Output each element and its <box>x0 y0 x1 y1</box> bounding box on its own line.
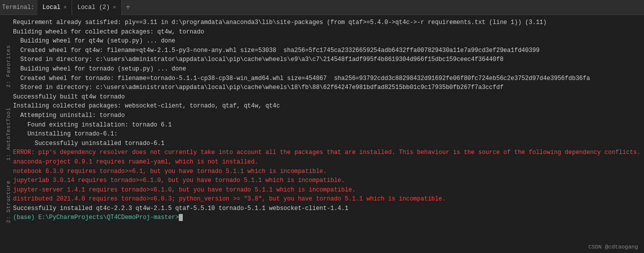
terminal-body: 2: Favorites 1: AutoTestTool 2: Structur… <box>0 15 644 253</box>
add-tab-button[interactable]: + <box>122 0 135 15</box>
sidebar-left: 2: Favorites 1: AutoTestTool 2: Structur… <box>4 18 13 250</box>
terminal-container: Terminal: Local × Local (2) × + 2: Favor… <box>0 0 644 253</box>
tab-local-label: Local <box>43 4 61 11</box>
terminal-line: Successfully built qt4w tornado <box>13 92 640 102</box>
terminal-line: distributed 2021.4.0 requires tornado>=6… <box>13 194 640 204</box>
terminal-line: Created wheel for tornado: filename=torn… <box>13 74 640 84</box>
terminal-prompt[interactable]: (base) E:\PyCharmProjects\QT4CDemoProj-m… <box>13 213 640 222</box>
tab-local2-close[interactable]: × <box>113 4 116 10</box>
tab-local[interactable]: Local × <box>38 0 73 15</box>
terminal-line: Installing collected packages: websocket… <box>13 102 640 111</box>
sidebar-item-structure[interactable]: 2: Structure <box>6 180 12 223</box>
terminal-line: Stored in directory: c:\users\administra… <box>13 55 640 64</box>
terminal-cursor <box>179 214 183 221</box>
terminal-line: Building wheel for tornado (setup.py) ..… <box>13 64 640 74</box>
tab-bar: Terminal: Local × Local (2) × + <box>0 0 644 15</box>
terminal-line: Successfully installed qt4c-2.2.3 qt4w-2… <box>13 204 640 214</box>
terminal-line: jupyter-server 1.4.1 requires tornado>=6… <box>13 186 640 195</box>
terminal-line: anaconda-project 0.9.1 requires ruamel-y… <box>13 158 640 167</box>
terminal-line: Building wheel for qt4w (setup.py) ... d… <box>13 36 640 46</box>
tab-local2-label: Local (2) <box>77 4 110 11</box>
terminal-line: Found existing installation: tornado 6.1 <box>13 120 640 130</box>
terminal-line: jupyterlab 3.0.14 requires tornado>=6.1.… <box>13 176 640 186</box>
terminal-line: Successfully uninstalled tornado-6.1 <box>13 139 640 148</box>
terminal-line: Building wheels for collected packages: … <box>13 28 640 37</box>
terminal-line: notebook 6.3.0 requires tornado>=6.1, bu… <box>13 167 640 176</box>
sidebar-item-favorites[interactable]: 2: Favorites <box>6 45 12 88</box>
terminal-line: Created wheel for qt4w: filename=qt4w-2.… <box>13 46 640 56</box>
terminal-label: Terminal: <box>2 4 35 11</box>
sidebar-item-autotesttool[interactable]: 1: AutoTestTool <box>6 108 12 161</box>
terminal-line: Stored in directory: c:\users\administra… <box>13 83 640 92</box>
terminal-line: Requirement already satisfied: ply==3.11… <box>13 18 640 28</box>
tab-local2[interactable]: Local (2) × <box>72 0 121 15</box>
terminal-line: Uninstalling tornado-6.1: <box>13 130 640 139</box>
terminal-line: ERROR: pip's dependency resolver does no… <box>13 148 640 158</box>
watermark: CSDN @cdtaogang <box>588 244 638 250</box>
tab-local-close[interactable]: × <box>64 4 67 10</box>
terminal-line: Attempting uninstall: tornado <box>13 111 640 120</box>
terminal-output: Requirement already satisfied: ply==3.11… <box>13 18 640 250</box>
